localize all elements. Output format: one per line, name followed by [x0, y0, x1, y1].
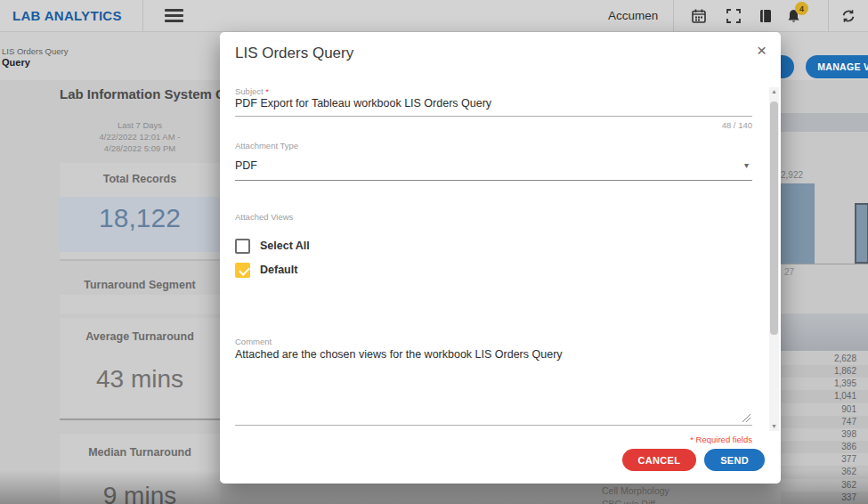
attached-views-label: Attached Views: [235, 212, 293, 222]
comment-underline: [235, 425, 752, 426]
send-button[interactable]: SEND: [704, 449, 765, 471]
dialog-scrollbar[interactable]: ▲ ▼: [769, 87, 779, 431]
table-row[interactable]: 362: [781, 466, 868, 478]
calendar-icon[interactable]: [691, 8, 707, 24]
divider: [60, 419, 222, 420]
data-table: 2,628 1,862 1,395 1,041 901 747 398 386 …: [781, 353, 868, 504]
chart-bar[interactable]: [781, 183, 815, 264]
scrollbar-thumb[interactable]: [770, 102, 778, 335]
turnaround-segment-label: Turnaround Segment: [60, 279, 220, 291]
app-logo: LAB ANALYTICS: [12, 8, 122, 23]
manage-views-button[interactable]: MANAGE VIE: [806, 55, 868, 78]
top-app-bar: LAB ANALYTICS Accumen 4: [0, 0, 868, 32]
divider: [60, 259, 220, 261]
table-row-label: Cell Morphology: [602, 485, 669, 496]
comment-label: Comment: [235, 337, 272, 346]
default-option[interactable]: Default: [235, 262, 297, 278]
chart-header-band: [781, 113, 868, 132]
close-icon[interactable]: ×: [757, 42, 767, 60]
dialog-actions: CANCEL SEND: [622, 449, 765, 471]
default-checkbox[interactable]: [235, 263, 250, 278]
divider: [673, 0, 674, 32]
divider: [142, 0, 143, 32]
comment-textarea[interactable]: Attached are the chosen views for the wo…: [235, 348, 734, 361]
breadcrumb-view: Query: [2, 57, 30, 68]
chevron-down-icon[interactable]: ▾: [744, 160, 749, 170]
date-from: 4/22/2022 12:01 AM -: [60, 131, 220, 142]
table-row[interactable]: 1,395: [781, 378, 868, 390]
select-all-checkbox[interactable]: [235, 239, 250, 254]
turnaround-segment-card: [60, 295, 220, 314]
total-records-label: Total Records: [60, 173, 220, 185]
subject-underline: [235, 116, 752, 117]
table-row[interactable]: 362: [781, 479, 868, 492]
chart-bar-selected[interactable]: [855, 203, 868, 264]
median-turnaround-label: Median Turnaround: [60, 446, 220, 459]
attachment-type-select[interactable]: PDF: [235, 159, 257, 172]
book-icon[interactable]: [758, 8, 774, 24]
subject-label: Subject *: [235, 86, 269, 96]
average-turnaround-value: 43 mins: [60, 365, 220, 394]
table-row[interactable]: 337: [781, 492, 868, 504]
notification-badge: 4: [795, 2, 808, 15]
resize-handle[interactable]: [742, 414, 750, 422]
attachment-type-label: Attachment Type: [235, 141, 298, 150]
subject-input[interactable]: PDF Export for Tableau workbook LIS Orde…: [235, 97, 491, 110]
median-turnaround-value: 9 mins: [60, 482, 220, 504]
table-row[interactable]: 747: [781, 416, 868, 428]
char-counter: 48 / 140: [722, 120, 752, 130]
chart-axis: [781, 264, 868, 264]
date-range-label: Last 7 Days: [60, 119, 220, 131]
divider: [828, 0, 829, 32]
axis-tick-label: 27: [784, 267, 794, 277]
menu-icon[interactable]: [165, 9, 183, 22]
select-all-option[interactable]: Select All: [235, 238, 310, 254]
default-label: Default: [260, 264, 297, 276]
required-asterisk: *: [265, 86, 269, 96]
required-fields-note: * Required fields: [690, 435, 752, 444]
table-header-band: [781, 313, 868, 351]
cancel-button[interactable]: CANCEL: [622, 449, 697, 471]
fullscreen-icon[interactable]: [726, 8, 742, 24]
table-row[interactable]: 1,862: [781, 365, 868, 378]
table-row[interactable]: 377: [781, 453, 868, 466]
table-row[interactable]: 386: [781, 441, 868, 453]
refresh-icon[interactable]: [840, 8, 856, 24]
lis-orders-query-dialog: LIS Orders Query × Subject * PDF Export …: [220, 32, 781, 484]
date-to: 4/28/2022 5:09 PM: [60, 142, 220, 154]
select-all-label: Select All: [260, 240, 310, 252]
scroll-up-icon[interactable]: ▲: [769, 87, 779, 96]
dashboard-title: Lab Information System O: [60, 86, 220, 102]
average-turnaround-label: Average Turnaround: [60, 330, 220, 343]
dialog-title: LIS Orders Query: [235, 45, 353, 62]
total-records-value: 18,122: [60, 203, 220, 233]
user-name: Accumen: [608, 9, 658, 22]
bar-value-label: 2,922: [781, 170, 803, 180]
table-row[interactable]: 2,628: [781, 353, 868, 365]
attachment-underline: [235, 180, 752, 181]
breadcrumb-workbook: LIS Orders Query: [2, 46, 68, 56]
date-range: Last 7 Days 4/22/2022 12:01 AM - 4/28/20…: [60, 119, 220, 154]
table-row[interactable]: 398: [781, 428, 868, 441]
table-row-label: CBC w/o Diff: [602, 499, 655, 504]
table-row[interactable]: 1,041: [781, 390, 868, 402]
scroll-down-icon[interactable]: ▼: [769, 422, 779, 431]
table-row[interactable]: 901: [781, 403, 868, 416]
